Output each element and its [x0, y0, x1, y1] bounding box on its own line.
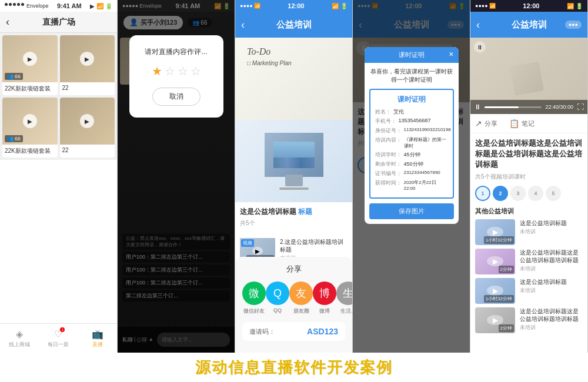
cancel-rating-button[interactable]: 取消 — [152, 88, 201, 106]
share-icon-5: ↗ — [475, 119, 482, 128]
course-meta-3: 共5个 — [240, 219, 348, 227]
todo-text: To-Do□ Marketing Plan — [247, 46, 292, 68]
pause-button-5[interactable]: ⏸ — [474, 103, 481, 111]
s5-course-item-1[interactable]: ▶ 1小时32分钟 这是公益培训标题 未培训 — [475, 219, 583, 245]
s5-course-item-3[interactable]: ▶ 1小时32分钟 这是公益培训标题 未培训 — [475, 278, 583, 304]
wechat-label: 微信好友 — [243, 307, 265, 315]
star-1[interactable]: ★ — [152, 64, 162, 78]
course-info-3: 这是公益培训标题 标题 共5个 — [235, 202, 352, 233]
back-button-3[interactable]: ‹ — [241, 19, 245, 31]
weibo-icon: 博 — [313, 282, 336, 305]
share-qq-item[interactable]: Q QQ — [266, 282, 289, 315]
rating-title: 请对直播内容作评... — [139, 47, 214, 57]
star-rating[interactable]: ★ ☆ ☆ ☆ — [139, 64, 214, 78]
nav-item-live[interactable]: 📺 直播 — [78, 329, 117, 349]
qq-icon: Q — [266, 282, 289, 305]
viewer-count-1: 👥66 — [5, 73, 23, 80]
product-item-4[interactable]: ▶ 22 — [60, 98, 115, 158]
fullscreen-button-5[interactable]: ⛶ — [577, 103, 584, 111]
screen-1-live-shopping: Envelope 9:41 AM ▶ 📶 🔋 ‹ 直播广场 ▶ 👥66 — [0, 0, 118, 353]
notes-icon-5: 📋 — [509, 119, 519, 128]
nav-item-shop[interactable]: ◈ 线上商城 — [0, 329, 39, 349]
play-button-1[interactable]: ▶ — [23, 52, 37, 66]
s5-thumb-1: ▶ 1小时32分钟 — [475, 219, 515, 245]
share-wechat-item[interactable]: 微 微信好友 — [242, 282, 266, 315]
back-button-1[interactable]: ‹ — [6, 16, 9, 28]
star-2[interactable]: ☆ — [165, 64, 175, 78]
cert-row-content: 培训内容： 《课程标题》的第一课时 — [375, 136, 448, 149]
invite-code-value: ASD123 — [307, 327, 338, 336]
product-item-3[interactable]: ▶ 👥66 22K新款项链套装 — [2, 98, 58, 158]
video-controls-5: ⏸ 22:40/30:00 ⛶ — [470, 100, 587, 114]
product-name-3: 22K新款项链套装 — [2, 145, 58, 158]
s5-course-item-2[interactable]: ▶ 2分钟 这是公益培训标题这是公益培训标题培训标题 未培训 — [475, 249, 583, 274]
bottom-nav-1: ◈ 线上商城 ♡1 每日一新 📺 直播 — [0, 323, 117, 353]
cert-congrats-text: 恭喜你，看完该课程第一课时获得一个课时证明 — [365, 63, 459, 89]
share-friends-item[interactable]: 友 朋友圈 — [289, 282, 313, 315]
star-4[interactable]: ☆ — [191, 64, 201, 78]
s5-meta: 共5个视频培训课时 — [475, 173, 583, 181]
rating-modal-overlay: 请对直播内容作评... ★ ☆ ☆ ☆ 取消 — [118, 0, 235, 353]
s5-prog-tab-2[interactable]: 2 — [493, 186, 508, 201]
s5-prog-tab-5: 5 — [546, 186, 561, 201]
back-button-5[interactable]: ‹ — [476, 19, 480, 31]
share-panel-title: 分享 — [242, 264, 345, 274]
notes-action-5[interactable]: 📋 笔记 — [509, 119, 534, 128]
whiteboard: To-Do□ Marketing Plan — [235, 38, 352, 120]
status-icons-1: ▶ 📶 🔋 — [90, 3, 112, 9]
pause-icon-5[interactable]: ⏸ — [474, 41, 486, 53]
header-3: ‹ 公益培训 — [235, 12, 352, 38]
signal-dots-1: Envelope — [5, 3, 49, 9]
nav-item-daily[interactable]: ♡1 每日一新 — [39, 329, 78, 349]
product-name-4: 22 — [60, 145, 115, 156]
share-action-5[interactable]: ↗ 分享 — [475, 119, 497, 128]
rating-modal: 请对直播内容作评... ★ ☆ ☆ ☆ 取消 — [129, 35, 223, 118]
pen-image — [510, 62, 544, 96]
header-5: ‹ 公益培训 ●●● — [470, 12, 587, 38]
play-button-2[interactable]: ▶ — [80, 52, 94, 66]
play-button-4[interactable]: ▶ — [80, 114, 94, 128]
certificate-modal-overlay: 课时证明 × 恭喜你，看完该课程第一课时获得一个课时证明 课时证明 姓名： 艾伦… — [353, 0, 470, 353]
cert-modal-header: 课时证明 × — [365, 47, 459, 63]
s5-prog-tab-3: 3 — [510, 186, 526, 201]
product-image-2: ▶ — [60, 35, 115, 82]
cert-close-button[interactable]: × — [449, 49, 453, 59]
nav-bar-1: ‹ 直播广场 — [0, 12, 117, 33]
play-button-3[interactable]: ▶ — [23, 114, 37, 128]
share-weibo-item[interactable]: 博 微博 — [313, 282, 336, 315]
screen-3-gongyipeixun: ●●●● 📶 12:00 📶 🔋 ‹ 公益培训 To-Do□ Marketing… — [235, 0, 353, 353]
screen-4-certificate: ●●●● 📶 12:00 📶 🔋 ‹ 公益培训 ●●● ⏸ 这是公益培训 — [353, 0, 470, 353]
product-item-2[interactable]: ▶ 22 — [60, 35, 115, 95]
save-image-button[interactable]: 保存图片 — [369, 203, 454, 219]
cert-row-phone: 手机号： 13535456687 — [375, 118, 448, 125]
video-time-5: 22:40/30:00 — [545, 104, 573, 110]
video-player-5: ⏸ ⏸ 22:40/30:00 ⛶ — [470, 38, 587, 114]
video-area-3: To-Do□ Marketing Plan — [235, 38, 352, 120]
cert-row-date: 获得时间： 2020年2月22日 22:00 — [375, 179, 448, 191]
cert-row-id: 身份证号： 113243199032210198 — [375, 127, 448, 135]
screen5-main-content: 这是公益培训标题这是公益培训标题是公益培训标题这是公益培训标题 共5个视频培训课… — [470, 133, 587, 353]
status-bar-3: ●●●● 📶 12:00 📶 🔋 — [235, 0, 352, 12]
s5-course-item-4[interactable]: ▶ 2分钟 这是公益培训标题这是公益培训标题培训标题 未培训 — [475, 307, 583, 333]
share-more-item[interactable]: 生 生活... — [336, 282, 353, 315]
s5-prog-tab-4: 4 — [528, 186, 543, 201]
status-bar-5: ●●●● 📶 12:00 📶 🔋 — [470, 0, 587, 12]
banner-text: 源动信息直播软件开发案例 — [195, 357, 393, 378]
s5-thumb-3: ▶ 1小时32分钟 — [475, 278, 515, 304]
product-grid: ▶ 👥66 22K新款项链套装 ▶ 22 ▶ 👥66 — [0, 33, 117, 160]
viewer-count-3: 👥66 — [5, 135, 23, 142]
product-item-1[interactable]: ▶ 👥66 22K新款项链套装 — [2, 35, 58, 95]
progress-bar-5[interactable] — [485, 106, 542, 108]
more-label: 生活... — [340, 307, 353, 315]
progress-fill-5 — [485, 106, 519, 108]
share-icons-row: 微 微信好友 Q QQ 友 朋友圈 博 微博 生 生活... — [242, 282, 345, 315]
star-3[interactable]: ☆ — [178, 64, 188, 78]
cert-details-box: 课时证明 姓名： 艾伦 手机号： 13535456687 身份证号： 11324… — [369, 89, 454, 199]
screen-2-live-stream: ●●●●● Envelope 9:41 AM 📶 🔋 👤 买手小刘123 👥 6… — [118, 0, 235, 353]
cert-box-title: 课时证明 — [375, 95, 448, 105]
more-share-icon: 生 — [336, 282, 353, 305]
wechat-icon: 微 — [242, 282, 266, 305]
certificate-modal: 课时证明 × 恭喜你，看完该课程第一课时获得一个课时证明 课时证明 姓名： 艾伦… — [365, 47, 459, 224]
s5-prog-tab-1[interactable]: 1 — [475, 186, 490, 201]
monitor-image — [265, 133, 323, 177]
